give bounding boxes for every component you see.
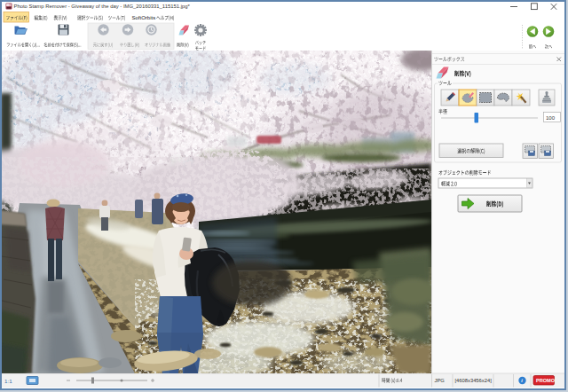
svg-text:JPG: JPG xyxy=(435,378,446,383)
svg-text:100: 100 xyxy=(546,115,556,121)
svg-text:1:1: 1:1 xyxy=(4,378,12,384)
svg-text:[4608x3456x24]: [4608x3456x24] xyxy=(455,378,493,383)
svg-text:PROMO: PROMO xyxy=(536,378,556,383)
svg-text:Photo Stamp Remover - Giveaway: Photo Stamp Remover - Giveaway of the da… xyxy=(14,4,191,9)
svg-text:SoftOrbits: SoftOrbits xyxy=(132,15,156,20)
